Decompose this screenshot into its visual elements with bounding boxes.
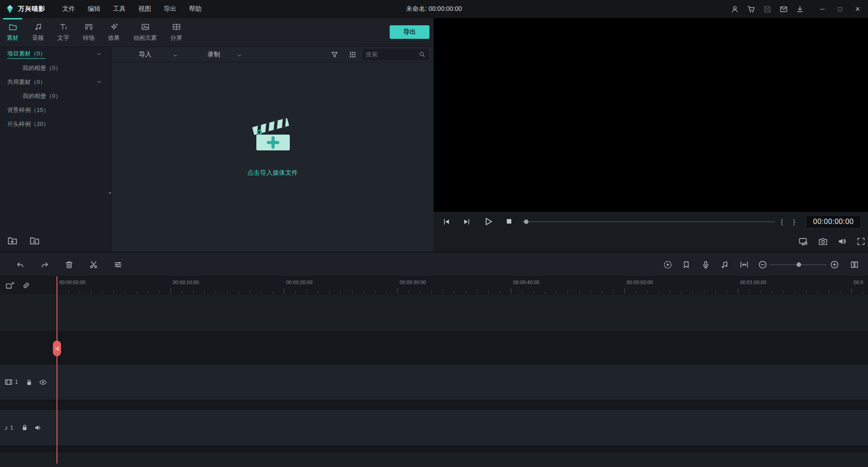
text-icon <box>59 23 68 31</box>
menu-file[interactable]: 文件 <box>62 5 75 13</box>
ruler-label: 00:00:50:00 <box>627 280 653 285</box>
clapperboard-icon <box>249 115 297 158</box>
lock-icon[interactable] <box>25 378 33 386</box>
folder-icon <box>9 23 17 31</box>
collapse-panel-icon[interactable]: ◂ <box>108 190 111 196</box>
sidebar-item-my-album-2[interactable]: 我的相册（0） <box>0 89 111 103</box>
media-panel-tabbar: 素材 音频 文字 转场 效果 动画元素 分屏 导出 <box>0 18 434 47</box>
eye-icon[interactable] <box>39 378 47 386</box>
preview-panel: { } 00:00:00:00 <box>434 18 868 252</box>
add-to-track-icon[interactable] <box>5 281 14 290</box>
account-icon[interactable] <box>731 5 739 14</box>
titlebar: 万兴喵影 文件 编辑 工具 视图 导出 帮助 未命名: 00:00:00:00 <box>0 0 868 18</box>
link-icon[interactable] <box>22 281 31 290</box>
add-folder-icon[interactable] <box>7 235 18 246</box>
snapshot-camera-icon[interactable] <box>818 237 827 246</box>
preview-footer <box>434 232 868 252</box>
menu-edit[interactable]: 编辑 <box>88 5 100 13</box>
seek-bar[interactable] <box>522 221 775 222</box>
export-button[interactable]: 导出 <box>390 25 429 39</box>
preview-video-area[interactable] <box>434 18 868 212</box>
sidebar-item-shared-media[interactable]: 共用素材（0） <box>0 75 111 89</box>
redo-icon[interactable] <box>40 260 49 269</box>
menu-help[interactable]: 帮助 <box>189 5 202 13</box>
chevron-down-icon[interactable] <box>96 51 102 57</box>
marker-icon[interactable] <box>682 260 691 269</box>
record-dropdown[interactable]: 录制 <box>208 51 220 59</box>
split-scissors-icon[interactable] <box>89 260 98 269</box>
stop-button[interactable] <box>505 217 514 226</box>
seek-handle[interactable] <box>524 219 528 224</box>
play-button[interactable] <box>483 216 492 225</box>
video-track-lane[interactable]: 1 <box>0 364 868 400</box>
menu-view[interactable]: 视图 <box>138 5 151 13</box>
next-frame-button[interactable] <box>462 217 472 226</box>
tab-text[interactable]: 文字 <box>51 18 76 47</box>
media-library-sidebar: 项目素材（0） 我的相册（0） 共用素材（0） 我的相册（0） 背景样例（15）… <box>0 47 112 252</box>
menu-export[interactable]: 导出 <box>164 5 176 13</box>
display-settings-icon[interactable] <box>798 237 807 246</box>
mute-speaker-icon[interactable] <box>34 424 42 432</box>
close-button[interactable]: × <box>853 5 863 14</box>
tab-audio[interactable]: 音频 <box>25 18 51 47</box>
timeline-empty-band <box>0 453 868 467</box>
grid-view-icon[interactable] <box>349 51 357 59</box>
chevron-down-icon[interactable] <box>96 79 102 85</box>
maximize-button[interactable]: □ <box>835 5 845 13</box>
zoom-out-icon[interactable] <box>758 260 767 269</box>
minimize-button[interactable]: ─ <box>817 5 827 13</box>
import-media-dropzone[interactable]: 点击导入媒体文件 <box>112 115 434 177</box>
chevron-down-icon[interactable] <box>236 52 242 58</box>
timeline-ruler[interactable]: 00:00:00:00 00:00:10:00 00:00:20:00 00:0… <box>57 276 868 294</box>
audio-track-lane[interactable]: ♪ 1 <box>0 409 868 446</box>
tab-splitscreen[interactable]: 分屏 <box>164 18 189 47</box>
lock-icon[interactable] <box>20 424 28 432</box>
search-icon[interactable] <box>419 51 425 58</box>
adjust-icon[interactable] <box>113 260 123 269</box>
tab-elements[interactable]: 动画元素 <box>127 18 164 47</box>
sidebar-item-intro-samples[interactable]: 片头样例（20） <box>0 117 111 131</box>
audio-track-icon: ♪ <box>5 424 8 431</box>
ruler-label: 00:00:10:00 <box>173 280 199 285</box>
sidebar-footer <box>7 235 40 246</box>
voiceover-mic-icon[interactable] <box>701 260 710 269</box>
zoom-slider-handle[interactable] <box>797 262 801 267</box>
delete-icon[interactable] <box>65 260 74 269</box>
tab-effects[interactable]: 效果 <box>101 18 127 47</box>
mark-out-icon[interactable]: } <box>793 218 795 225</box>
chevron-down-icon[interactable] <box>172 52 178 58</box>
playhead[interactable] <box>57 276 57 464</box>
timeline-empty-band <box>0 331 868 364</box>
tab-label: 分屏 <box>170 34 182 42</box>
media-browser: 导入 录制 <box>112 47 434 252</box>
filter-icon[interactable] <box>330 51 339 59</box>
zoom-in-icon[interactable] <box>830 260 839 269</box>
download-icon[interactable] <box>796 5 804 14</box>
effects-icon <box>110 23 118 31</box>
cart-icon[interactable] <box>747 5 755 14</box>
playhead-cut-handle[interactable] <box>53 341 61 356</box>
search-input[interactable] <box>366 51 416 58</box>
mail-icon[interactable] <box>779 5 788 14</box>
tab-transitions[interactable]: 转场 <box>76 18 101 47</box>
ruler-label: 00:0 <box>854 280 863 285</box>
delete-folder-icon[interactable] <box>29 235 40 246</box>
sidebar-item-my-album-1[interactable]: 我的相册（0） <box>0 61 111 75</box>
previous-frame-button[interactable] <box>442 217 451 226</box>
sidebar-item-background-samples[interactable]: 背景样例（15） <box>0 103 111 117</box>
menu-tools[interactable]: 工具 <box>113 5 126 13</box>
tab-media[interactable]: 素材 <box>0 18 25 47</box>
ruler-label: 00:00:20:00 <box>286 280 312 285</box>
ruler-label: 00:00:00:00 <box>59 280 85 285</box>
audio-mixer-icon[interactable] <box>720 260 729 269</box>
track-panel-toggle-icon[interactable] <box>850 260 859 269</box>
fullscreen-icon[interactable] <box>856 237 865 246</box>
volume-icon[interactable] <box>837 237 846 246</box>
undo-icon[interactable] <box>16 260 25 269</box>
sidebar-item-project-media[interactable]: 项目素材（0） <box>0 47 111 61</box>
import-dropdown[interactable]: 导入 <box>139 51 151 59</box>
render-preview-icon[interactable] <box>663 260 672 269</box>
tab-label: 效果 <box>108 34 120 42</box>
fit-timeline-icon[interactable] <box>740 260 749 269</box>
mark-in-icon[interactable]: { <box>781 218 783 225</box>
